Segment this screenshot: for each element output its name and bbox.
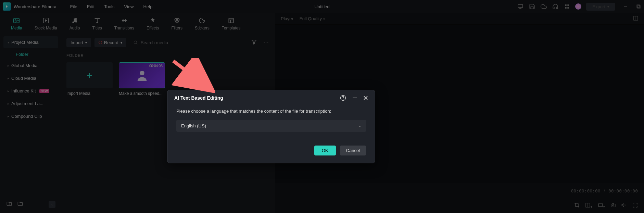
menu-help[interactable]: Help xyxy=(143,4,152,9)
svg-rect-2 xyxy=(568,4,569,6)
display-icon[interactable] xyxy=(517,3,524,10)
player-controls: ▾ ▾ xyxy=(275,199,644,213)
language-value: English (US) xyxy=(181,123,206,128)
titlebar: Wondershare Filmora File Edit Tools View… xyxy=(0,0,644,13)
svg-line-22 xyxy=(136,43,137,44)
minimize-icon[interactable] xyxy=(352,96,357,100)
save-icon[interactable] xyxy=(529,3,535,10)
close-icon[interactable] xyxy=(363,96,368,100)
sidebar-item-cloud-media[interactable]: ▸Cloud Media xyxy=(3,72,58,84)
sidebar-item-folder[interactable]: Folder xyxy=(3,49,58,60)
snapshot-icon[interactable] xyxy=(610,202,616,209)
tab-effects[interactable]: Effects xyxy=(140,17,165,30)
folder-section-header: FOLDER xyxy=(66,51,270,60)
tab-transitions[interactable]: Transitions xyxy=(108,17,140,30)
timecode-total: 00:00:00:00 xyxy=(608,188,638,193)
chevron-down-icon: ▾ xyxy=(8,40,9,44)
sidebar-item-influence-kit[interactable]: ▸Influence KitNEW xyxy=(3,85,58,97)
export-label: Export xyxy=(592,4,605,9)
new-folder-icon[interactable] xyxy=(6,201,12,208)
sidebar-item-compound[interactable]: ▸Compound Clip xyxy=(3,110,58,122)
minimize-button[interactable] xyxy=(623,4,628,9)
language-select[interactable]: English (US) ⌄ xyxy=(176,120,366,132)
layout-icon[interactable]: ▾ xyxy=(585,202,592,209)
timecode-current: 00:00:00:00 xyxy=(571,188,600,193)
tab-templates[interactable]: Templates xyxy=(216,17,247,30)
fullscreen-icon[interactable] xyxy=(632,202,638,209)
menu-tools[interactable]: Tools xyxy=(104,4,114,9)
sidebar-item-project-media[interactable]: ▾Project Media xyxy=(3,36,58,48)
svg-rect-24 xyxy=(634,16,638,20)
cancel-button[interactable]: Cancel xyxy=(340,146,366,155)
chevron-down-icon: ▾ xyxy=(323,17,325,21)
tab-audio[interactable]: Audio xyxy=(63,17,86,30)
apps-icon[interactable] xyxy=(564,3,570,10)
search-input[interactable] xyxy=(141,40,243,45)
svg-point-23 xyxy=(140,71,144,75)
media-clip-tile[interactable]: 00:04:03 Make a smooth speed... xyxy=(119,62,165,96)
tab-stock-media[interactable]: Stock Media xyxy=(28,17,63,30)
menu-edit[interactable]: Edit xyxy=(87,4,94,9)
tab-stickers[interactable]: Stickers xyxy=(189,17,216,30)
chevron-right-icon: ▸ xyxy=(8,114,9,118)
record-dropdown[interactable]: Record▾ xyxy=(94,38,126,47)
menu-file[interactable]: File xyxy=(70,4,77,9)
crop-icon[interactable] xyxy=(574,202,580,209)
tab-media[interactable]: Media xyxy=(5,17,28,30)
record-label: Record xyxy=(104,40,118,45)
quality-dropdown[interactable]: Full Quality▾ xyxy=(300,16,325,21)
help-icon[interactable] xyxy=(340,95,346,101)
svg-rect-16 xyxy=(229,18,233,23)
more-icon[interactable]: ⋯ xyxy=(262,38,270,47)
main-menu: File Edit Tools View Help xyxy=(70,4,152,9)
tab-stock-label: Stock Media xyxy=(35,26,57,30)
tab-filters[interactable]: Filters xyxy=(165,17,189,30)
cloud-icon[interactable] xyxy=(540,3,547,10)
modal-description: Please choose a language that matches th… xyxy=(176,109,366,114)
titles-icon xyxy=(93,17,101,24)
ok-button[interactable]: OK xyxy=(314,146,336,155)
search-wrap xyxy=(130,38,246,47)
export-button[interactable]: Export▾ xyxy=(586,3,615,11)
svg-rect-27 xyxy=(598,204,603,206)
clip-duration: 00:04:03 xyxy=(149,64,163,68)
chevron-right-icon: ▸ xyxy=(8,89,9,93)
user-avatar[interactable] xyxy=(575,3,581,10)
svg-rect-7 xyxy=(637,5,640,8)
player-label[interactable]: Player xyxy=(281,16,293,21)
chevron-right-icon: ▸ xyxy=(8,76,9,80)
sidebar-label: Global Media xyxy=(11,63,38,68)
collapse-sidebar-button[interactable]: ‹ xyxy=(49,201,55,208)
sidebar-item-global-media[interactable]: ▸Global Media xyxy=(3,60,58,72)
stock-media-icon xyxy=(42,17,50,24)
maximize-button[interactable] xyxy=(636,4,641,9)
svg-point-15 xyxy=(176,20,178,23)
sidebar-item-adjustment[interactable]: ▸Adjustment La... xyxy=(3,98,58,110)
svg-rect-1 xyxy=(565,4,567,6)
record-icon xyxy=(99,41,102,44)
timecode-sep: / xyxy=(604,189,605,193)
chevron-down-icon: ▾ xyxy=(121,41,122,45)
tab-titles-label: Titles xyxy=(92,26,102,30)
menu-view[interactable]: View xyxy=(124,4,134,9)
sidebar-label: Project Media xyxy=(11,40,38,45)
import-label: Import xyxy=(71,40,83,45)
tab-filters-label: Filters xyxy=(171,26,182,30)
tab-transitions-label: Transitions xyxy=(114,26,134,30)
media-icon xyxy=(13,17,20,24)
filter-icon[interactable] xyxy=(250,37,258,48)
tab-titles[interactable]: Titles xyxy=(86,17,108,30)
folder-icon[interactable] xyxy=(17,201,23,208)
tab-audio-label: Audio xyxy=(70,26,80,30)
import-media-tile[interactable]: + Import Media xyxy=(66,62,113,96)
import-dropdown[interactable]: Import▾ xyxy=(66,38,91,47)
ratio-icon[interactable]: ▾ xyxy=(598,202,605,209)
plus-icon: + xyxy=(87,70,92,81)
effects-icon xyxy=(149,17,156,24)
svg-point-9 xyxy=(15,20,16,21)
asset-toolbar: Media Stock Media Audio Titles Transitio… xyxy=(0,13,275,34)
expand-icon[interactable] xyxy=(633,15,639,22)
svg-rect-0 xyxy=(518,4,523,8)
headphones-icon[interactable] xyxy=(552,3,559,10)
volume-icon[interactable] xyxy=(621,202,627,209)
